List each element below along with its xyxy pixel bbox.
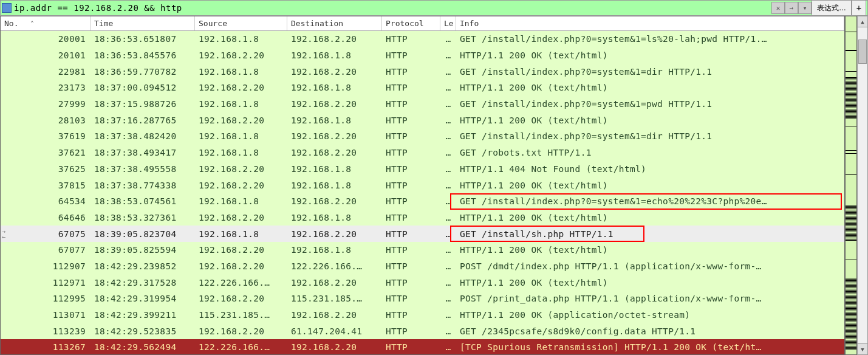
cell-time: 18:42:29.239852 (91, 258, 195, 275)
table-row[interactable]: 6464618:38:53.327361192.168.2.20192.168.… (1, 210, 844, 226)
cell-len: … (440, 242, 456, 258)
col-header-length[interactable]: Le (440, 16, 456, 30)
cell-dst: 192.168.2.20 (287, 226, 382, 242)
scroll-down-arrow-icon[interactable]: ▼ (858, 343, 867, 354)
scroll-thumb[interactable] (858, 40, 867, 64)
cell-dst: 192.168.2.20 (287, 193, 382, 210)
col-header-source[interactable]: Source (195, 16, 287, 30)
table-row[interactable]: 2810318:37:16.287765192.168.2.20192.168.… (1, 112, 844, 128)
scroll-up-arrow-icon[interactable]: ▲ (858, 16, 867, 27)
table-row[interactable]: 11326718:42:29.562494122.226.166.…192.16… (1, 339, 844, 355)
table-row[interactable]: 6453418:38:53.074561192.168.1.8192.168.2… (1, 193, 844, 210)
cell-no: 37625 (1, 161, 91, 178)
vertical-scrollbar[interactable]: ▲ ▼ (857, 16, 868, 355)
table-row[interactable]: 2000118:36:53.651807192.168.1.8192.168.2… (1, 31, 844, 47)
cell-len: … (440, 177, 456, 193)
cell-proto: HTTP (382, 177, 440, 193)
table-row[interactable]: 11299518:42:29.319954192.168.2.20115.231… (1, 291, 844, 307)
table-row[interactable]: 6707518:39:05.823704192.168.1.8192.168.2… (1, 226, 844, 242)
cell-no: 20001 (1, 31, 91, 47)
cell-len: … (440, 291, 456, 307)
cell-len: … (440, 63, 456, 80)
packet-minimap[interactable] (845, 16, 857, 355)
cell-src: 192.168.1.8 (195, 128, 287, 145)
cell-dst: 192.168.1.8 (287, 177, 382, 193)
cell-no: 22981 (1, 63, 91, 80)
cell-no: 113267 (1, 339, 91, 355)
cell-info: GET /robots.txt HTTP/1.1 (456, 145, 844, 161)
col-header-no[interactable]: No.^ (1, 16, 91, 30)
cell-dst: 192.168.2.20 (287, 339, 382, 355)
cell-info: POST /dmdt/index.php HTTP/1.1 (applicati… (456, 258, 844, 275)
cell-len: … (440, 96, 456, 112)
table-row[interactable]: 6707718:39:05.825594192.168.2.20192.168.… (1, 242, 844, 258)
cell-src: 192.168.2.20 (195, 47, 287, 64)
cell-info: HTTP/1.1 200 OK (text/html) (456, 177, 844, 193)
cell-proto: HTTP (382, 31, 440, 47)
cell-proto: HTTP (382, 323, 440, 339)
cell-dst: 192.168.2.20 (287, 96, 382, 112)
table-row[interactable]: 11307118:42:29.399211115.231.185.…192.16… (1, 307, 844, 323)
cell-dst: 192.168.2.20 (287, 63, 382, 80)
display-filter-input[interactable] (14, 3, 771, 13)
cell-time: 18:42:29.562494 (91, 339, 195, 355)
cell-proto: HTTP (382, 291, 440, 307)
cell-dst: 192.168.1.8 (287, 112, 382, 128)
table-row[interactable]: 3762518:37:38.495558192.168.2.20192.168.… (1, 161, 844, 178)
apply-filter-button[interactable]: → (785, 2, 798, 14)
table-row[interactable]: 2799918:37:15.988726192.168.1.8192.168.2… (1, 96, 844, 112)
cell-info: GET /install/sh.php HTTP/1.1 (456, 226, 844, 242)
cell-src: 192.168.2.20 (195, 323, 287, 339)
cell-no: 112971 (1, 274, 91, 291)
table-body[interactable]: 2000118:36:53.651807192.168.1.8192.168.2… (1, 31, 844, 355)
expression-button[interactable]: 表达式… (812, 0, 852, 16)
packet-list: No.^ Time Source Destination Protocol Le… (0, 16, 845, 355)
table-row[interactable]: 2010118:36:53.845576192.168.2.20192.168.… (1, 47, 844, 64)
cell-time: 18:36:53.845576 (91, 47, 195, 64)
cell-src: 192.168.1.8 (195, 193, 287, 210)
table-row[interactable]: 11290718:42:29.239852192.168.2.20122.226… (1, 258, 844, 275)
main-area: No.^ Time Source Destination Protocol Le… (0, 16, 868, 355)
cell-time: 18:39:05.825594 (91, 242, 195, 258)
cell-src: 122.226.166.… (195, 339, 287, 355)
table-row[interactable]: 3781518:37:38.774338192.168.2.20192.168.… (1, 177, 844, 193)
col-header-time[interactable]: Time (91, 16, 195, 30)
cell-time: 18:37:38.493417 (91, 145, 195, 161)
col-header-protocol[interactable]: Protocol (382, 16, 440, 30)
cell-src: 192.168.2.20 (195, 161, 287, 178)
cell-no: 20101 (1, 47, 91, 64)
cell-info: HTTP/1.1 200 OK (text/html) (456, 242, 844, 258)
cell-len: … (440, 145, 456, 161)
table-row[interactable]: 2298118:36:59.770782192.168.1.8192.168.2… (1, 63, 844, 80)
cell-len: … (440, 31, 456, 47)
table-row[interactable]: 11323918:42:29.523835192.168.2.2061.147.… (1, 323, 844, 339)
add-filter-button[interactable]: + (852, 0, 866, 16)
clear-filter-button[interactable]: ✕ (771, 2, 785, 14)
table-row[interactable]: 11297118:42:29.317528122.226.166.…192.16… (1, 274, 844, 291)
filter-buttons: ✕ → ▾ (771, 2, 812, 14)
table-row[interactable]: 3762118:37:38.493417192.168.1.8192.168.2… (1, 145, 844, 161)
cell-time: 18:37:16.287765 (91, 112, 195, 128)
cell-info: GET /install/index.php?0=system&1=ls%20-… (456, 31, 844, 47)
cell-time: 18:38:53.327361 (91, 210, 195, 226)
col-header-info[interactable]: Info (456, 16, 844, 30)
cell-time: 18:42:29.317528 (91, 274, 195, 291)
cell-len: … (440, 226, 456, 242)
table-row[interactable]: 3761918:37:38.482420192.168.1.8192.168.2… (1, 128, 844, 145)
cell-time: 18:42:29.319954 (91, 291, 195, 307)
cell-len: … (440, 323, 456, 339)
cell-no: 113239 (1, 323, 91, 339)
cell-no: 28103 (1, 112, 91, 128)
recent-filter-button[interactable]: ▾ (798, 2, 812, 14)
cell-len: … (440, 161, 456, 178)
cell-len: … (440, 80, 456, 96)
col-header-destination[interactable]: Destination (287, 16, 382, 30)
scroll-track[interactable] (858, 27, 867, 343)
bookmark-icon[interactable] (2, 3, 12, 13)
cell-proto: HTTP (382, 210, 440, 226)
table-header: No.^ Time Source Destination Protocol Le… (1, 16, 844, 31)
cell-src: 192.168.1.8 (195, 63, 287, 80)
table-row[interactable]: 2317318:37:00.094512192.168.2.20192.168.… (1, 80, 844, 96)
cell-proto: HTTP (382, 96, 440, 112)
cell-src: 192.168.2.20 (195, 242, 287, 258)
